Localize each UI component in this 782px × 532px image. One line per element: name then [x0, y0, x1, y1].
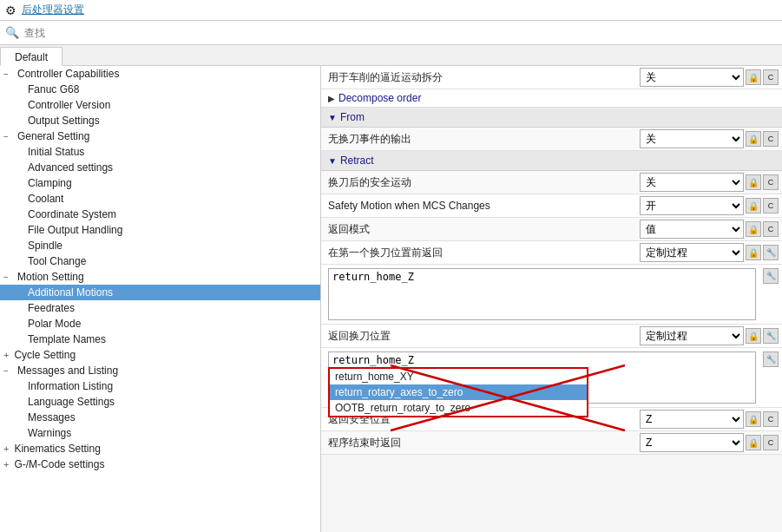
return-toolpos-label: 返回换刀位置	[321, 326, 636, 346]
tree-child-messages[interactable]: Messages	[0, 410, 320, 425]
return-toolpos-lock[interactable]: 🔒	[746, 328, 761, 344]
tree-group-motion-header[interactable]: − Motion Setting	[0, 269, 320, 285]
tree-child-file-output[interactable]: File Output Handling	[0, 222, 320, 238]
decompose-label[interactable]: Decompose order	[338, 92, 421, 104]
tree-child-template-names[interactable]: Template Names	[0, 332, 320, 347]
safe-motion-wrench[interactable]: C	[763, 174, 779, 190]
textarea2-wrench[interactable]: 🔧	[763, 351, 779, 367]
no-toolchange-wrench[interactable]: C	[763, 131, 779, 147]
return-end-select[interactable]: Z 其他	[640, 433, 744, 452]
tab-bar: Default	[0, 45, 782, 66]
return-safe-control: Z 其他 🔒 C	[636, 408, 782, 430]
return-safe-lock[interactable]: 🔒	[746, 411, 761, 427]
kinematics-label: Kinematics Setting	[14, 443, 100, 455]
left-panel: − Controller Capabilities Fanuc G68 Cont…	[0, 66, 321, 532]
no-toolchange-control: 关 开 🔒 C	[636, 128, 782, 150]
return-mode-select[interactable]: 值 其他	[640, 220, 744, 239]
prop-row-mcs-motion: Safety Motion when MCS Changes 关 开 🔒 C	[321, 194, 782, 218]
from-section-header[interactable]: ▼ From	[321, 108, 782, 128]
main-layout: − Controller Capabilities Fanuc G68 Cont…	[0, 66, 782, 532]
return-mode-lock[interactable]: 🔒	[746, 221, 761, 237]
top-bar-title[interactable]: 后处理器设置	[22, 3, 84, 17]
search-input[interactable]	[24, 27, 198, 39]
first-toolchange-control: 定制过程 其他 🔒 🔧	[636, 241, 782, 264]
tree-child-coordinate-system[interactable]: Coordinate System	[0, 207, 320, 222]
turning-motion-lock[interactable]: 🔒	[746, 69, 761, 85]
tree-child-polar-mode[interactable]: Polar Mode	[0, 316, 320, 332]
tree-group-controller: − Controller Capabilities Fanuc G68 Cont…	[0, 66, 320, 128]
tree-group-cycle: + Cycle Setting	[0, 347, 320, 363]
no-toolchange-lock[interactable]: 🔒	[746, 131, 761, 147]
return-toolpos-control: 定制过程 其他 🔒 🔧	[636, 325, 782, 347]
turning-motion-select[interactable]: 关 开	[640, 68, 744, 87]
tree-child-warnings[interactable]: Warnings	[0, 425, 320, 441]
dropdown-item-ootb-rotary[interactable]: OOTB_return_rotary_to_zero	[330, 400, 587, 416]
general-expand-icon: −	[3, 132, 14, 141]
no-toolchange-select[interactable]: 关 开	[640, 129, 744, 148]
search-bar: 🔍	[0, 21, 782, 45]
no-toolchange-label: 无换刀事件的输出	[321, 129, 636, 149]
tree-group-gcode-header[interactable]: + G-/M-Code settings	[0, 456, 320, 472]
dropdown-item-rotary-zero[interactable]: return_rotary_axes_to_zero	[330, 384, 587, 400]
return-end-lock[interactable]: 🔒	[746, 435, 761, 450]
tree-child-controller-version[interactable]: Controller Version	[0, 97, 320, 113]
tab-default[interactable]: Default	[0, 47, 62, 66]
decompose-arrow: ▶	[328, 94, 335, 103]
tree-child-clamping[interactable]: Clamping	[0, 175, 320, 191]
safe-motion-lock[interactable]: 🔒	[746, 174, 761, 190]
prop-row-return-end: 程序结束时返回 Z 其他 🔒 C	[321, 431, 782, 455]
tree-child-info-listing[interactable]: Information Listing	[0, 378, 320, 394]
tree-child-language-settings[interactable]: Language Settings	[0, 394, 320, 410]
safe-motion-control: 关 开 🔒 C	[636, 171, 782, 194]
prop-row-return-mode: 返回模式 值 其他 🔒 C	[321, 218, 782, 241]
tree-child-feedrates[interactable]: Feedrates	[0, 300, 320, 316]
retract-title: Retract	[340, 154, 374, 167]
return-toolpos-wrench[interactable]: 🔧	[763, 328, 779, 344]
from-arrow: ▼	[328, 113, 337, 122]
tree-child-tool-change[interactable]: Tool Change	[0, 253, 320, 269]
first-toolchange-lock[interactable]: 🔒	[746, 245, 761, 260]
mcs-motion-lock[interactable]: 🔒	[746, 198, 761, 213]
tree-group-gcode: + G-/M-Code settings	[0, 456, 320, 472]
first-toolchange-label: 在第一个换刀位置前返回	[321, 243, 636, 263]
top-bar: ⚙ 后处理器设置	[0, 0, 782, 21]
tree-group-general: − General Setting Initial Status Advance…	[0, 128, 320, 269]
safe-motion-select[interactable]: 关 开	[640, 173, 744, 192]
mcs-motion-select[interactable]: 关 开	[640, 196, 744, 215]
tree-group-controller-header[interactable]: − Controller Capabilities	[0, 66, 320, 82]
textarea1[interactable]: return_home_Z	[328, 268, 756, 320]
return-mode-wrench[interactable]: C	[763, 221, 779, 237]
return-end-control: Z 其他 🔒 C	[636, 431, 782, 454]
tree-child-initial-status[interactable]: Initial Status	[0, 144, 320, 160]
return-toolpos-select[interactable]: 定制过程 其他	[640, 326, 744, 345]
tree-child-additional-motions[interactable]: Additional Motions	[0, 285, 320, 300]
turning-motion-label: 用于车削的逼近运动拆分	[321, 68, 636, 88]
tree-group-kinematics: + Kinematics Setting	[0, 441, 320, 456]
tree-child-output-settings[interactable]: Output Settings	[0, 113, 320, 128]
tree-child-spindle[interactable]: Spindle	[0, 238, 320, 253]
prop-row-safe-motion: 换刀后的安全运动 关 开 🔒 C	[321, 171, 782, 194]
gcode-label: G-/M-Code settings	[14, 458, 104, 470]
dropdown-item-return-home-xy[interactable]: return_home_XY	[330, 369, 587, 384]
tree-group-general-header[interactable]: − General Setting	[0, 128, 320, 144]
return-safe-select[interactable]: Z 其他	[640, 410, 744, 429]
tree-group-kinematics-header[interactable]: + Kinematics Setting	[0, 441, 320, 456]
kinematics-expand-icon: +	[3, 443, 9, 454]
first-toolchange-wrench[interactable]: 🔧	[763, 245, 779, 260]
retract-section-header[interactable]: ▼ Retract	[321, 151, 782, 171]
return-mode-control: 值 其他 🔒 C	[636, 218, 782, 240]
tree-child-coolant[interactable]: Coolant	[0, 191, 320, 207]
first-toolchange-select[interactable]: 定制过程 其他	[640, 243, 744, 262]
textarea1-wrench[interactable]: 🔧	[763, 268, 779, 284]
return-end-wrench[interactable]: C	[763, 435, 779, 450]
tree-group-cycle-header[interactable]: + Cycle Setting	[0, 347, 320, 363]
search-icon: 🔍	[5, 26, 19, 39]
right-panel: 用于车削的逼近运动拆分 关 开 🔒 C ▶ Decompose order ▼ …	[321, 66, 782, 532]
tree-child-advanced-settings[interactable]: Advanced settings	[0, 160, 320, 175]
mcs-motion-wrench[interactable]: C	[763, 198, 779, 213]
turning-motion-wrench[interactable]: C	[763, 69, 779, 85]
tree-group-messages-header[interactable]: − Messages and Listing	[0, 363, 320, 378]
autocomplete-dropdown: return_home_XY return_rotary_axes_to_zer…	[328, 367, 588, 417]
return-safe-wrench[interactable]: C	[763, 411, 779, 427]
tree-child-fanuc[interactable]: Fanuc G68	[0, 82, 320, 97]
